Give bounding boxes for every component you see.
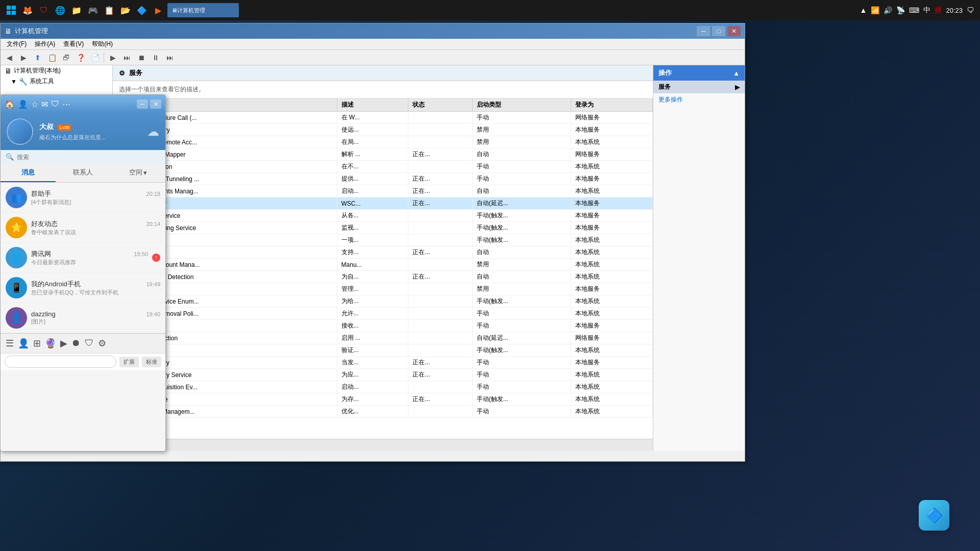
play-button[interactable]: ▶ xyxy=(106,52,119,64)
cm-taskbar-button[interactable]: 🖥 计算机管理 xyxy=(167,3,239,17)
table-row[interactable]: ⚙ Remote Procedure Call (... 在 W... 手动 网… xyxy=(113,112,653,124)
col-login[interactable]: 登录为 xyxy=(571,98,653,112)
antivirus-icon[interactable]: 🛡 xyxy=(37,3,51,17)
qq-message-item[interactable]: 📱 我的Android手机 19:49 您已登录手机QQ，可传文件到手机 xyxy=(1,273,165,303)
services-table[interactable]: 名称 ▲ 描述 状态 启动类型 登录为 ⚙ Remote Procedure C… xyxy=(113,98,653,439)
table-row[interactable]: ⚙ RPC Endpoint Mapper 解析 ... 正在... 自动 网络… xyxy=(113,148,653,161)
qq-home-icon[interactable]: 🏠 xyxy=(5,99,15,109)
table-row[interactable]: ⚙ State Repository Service 为应... 正在... 手… xyxy=(113,369,653,381)
table-row[interactable]: ⚙ Secondary Logon 在不... 手动 本地系统 xyxy=(113,161,653,173)
tab-messages[interactable]: 消息 xyxy=(1,164,56,182)
qq-expand-button[interactable]: 扩展 xyxy=(119,357,139,367)
folder-icon[interactable]: 📁 xyxy=(69,3,84,17)
table-row[interactable]: ⚙ Security Accounts Manag... 启动... 正在...… xyxy=(113,185,653,197)
actions-collapse-icon[interactable]: ▲ xyxy=(733,69,740,77)
qq-star-icon[interactable]: ☆ xyxy=(31,99,38,109)
table-row[interactable]: ⚙ Server 支持... 正在... 自动 本地系统 xyxy=(113,246,653,259)
table-row[interactable]: ⚙ Shared PC Account Mana... Manu... 禁用 本… xyxy=(113,259,653,271)
table-row[interactable]: ⚙ Secure Socket Tunneling ... 提供... 正在..… xyxy=(113,173,653,185)
help-button[interactable]: ❓ xyxy=(74,52,87,64)
qq-avatar[interactable] xyxy=(7,118,33,145)
menu-help[interactable]: 帮助(H) xyxy=(88,39,117,49)
table-row[interactable]: ⚙ SSDP Discovery 当发... 正在... 手动 本地服务 xyxy=(113,357,653,369)
qq-cloud-icon[interactable]: ☁ xyxy=(147,124,159,139)
windows-start-button[interactable] xyxy=(4,3,18,17)
game-icon[interactable]: 🎮 xyxy=(86,3,100,17)
back-button[interactable]: ◀ xyxy=(3,52,16,64)
table-row[interactable]: ⚙ SNMP Trap 接收... 手动 本地服务 xyxy=(113,320,653,332)
col-desc[interactable]: 描述 xyxy=(337,98,408,112)
table-row[interactable]: ⚙ Software Protection 启用 ... 自动(延迟... 网络… xyxy=(113,332,653,344)
col-startup[interactable]: 启动类型 xyxy=(472,98,571,112)
new-window-button[interactable]: 🗗 xyxy=(60,52,73,64)
app-icon3[interactable]: 🔷 xyxy=(135,3,149,17)
actions-expand-icon[interactable]: ▶ xyxy=(735,84,740,91)
menu-file[interactable]: 文件(F) xyxy=(3,39,31,49)
qq-message-input[interactable] xyxy=(5,356,116,368)
notification-icon[interactable]: 🗨 xyxy=(967,6,974,14)
app-icon2[interactable]: 📂 xyxy=(118,3,133,17)
table-row[interactable]: ⚙ Security Center WSC... 正在... 自动(延迟... … xyxy=(113,197,653,210)
volume-icon[interactable]: 🔊 xyxy=(884,6,892,14)
table-row[interactable]: ⚙ Smart Card 管理... 禁用 本地服务 xyxy=(113,283,653,295)
table-row[interactable]: ⚙ Remote Registry 使远... 禁用 本地服务 xyxy=(113,124,653,136)
table-row[interactable]: ⚙ Sensor Service 一项... 手动(触发... 本地系统 xyxy=(113,234,653,246)
step-button[interactable]: ⏭ xyxy=(120,52,134,64)
minimize-button[interactable]: ─ xyxy=(697,26,710,36)
qq-apps-icon[interactable]: 🔮 xyxy=(45,338,56,349)
qq-message-item[interactable]: 👤 dazzling 19:40 [图片] xyxy=(1,303,165,333)
network-icon[interactable]: 📶 xyxy=(871,6,879,14)
wifi-icon[interactable]: 📡 xyxy=(896,6,905,14)
floating-app-icon[interactable]: 🔷 xyxy=(919,500,949,531)
qq-contacts-icon[interactable]: ☰ xyxy=(6,338,14,349)
table-row[interactable]: ⚙ Sensor Monitoring Service 监视... 手动(触发.… xyxy=(113,222,653,234)
table-row[interactable]: ⚙ Shell Hardware Detection 为自... 正在... 自… xyxy=(113,271,653,283)
app-icon1[interactable]: 📋 xyxy=(102,3,116,17)
qq-standard-button[interactable]: 标准 xyxy=(142,357,161,367)
restart-button[interactable]: ⏭ xyxy=(163,52,177,64)
sidebar-system-tools[interactable]: ▼ 🔧 系统工具 xyxy=(1,76,112,87)
close-button[interactable]: ✕ xyxy=(727,26,741,36)
qq-mail-icon[interactable]: ✉ xyxy=(41,99,48,109)
app-icon4[interactable]: ▶ xyxy=(151,3,165,17)
stop-button[interactable]: ⏹ xyxy=(135,52,148,64)
table-row[interactable]: ⚙ Smart Card Removal Poli... 允许... 手动 本地… xyxy=(113,308,653,320)
qq-close-button[interactable]: ✕ xyxy=(150,99,161,109)
qq-search-input[interactable] xyxy=(17,154,160,161)
qq-message-item[interactable]: 👥 群助手 20:18 [4个群有新消息] xyxy=(1,183,165,213)
qq-shield-icon[interactable]: 🛡 xyxy=(51,99,59,109)
qq-record-icon[interactable]: ⏺ xyxy=(71,338,81,349)
col-status[interactable]: 状态 xyxy=(408,98,472,112)
forward-button[interactable]: ▶ xyxy=(17,52,30,64)
browser-icon[interactable]: 🌐 xyxy=(53,3,67,17)
qq-group-icon[interactable]: ⊞ xyxy=(33,338,41,349)
tab-contacts[interactable]: 联系人 xyxy=(56,164,111,182)
more-actions-item[interactable]: 更多操作 xyxy=(653,93,745,106)
up-button[interactable]: ⬆ xyxy=(31,52,44,64)
qq-more-icon[interactable]: ⋯ xyxy=(62,99,70,109)
qq-add-icon[interactable]: 👤 xyxy=(18,338,29,349)
expand-tray-icon[interactable]: ▲ xyxy=(860,6,867,14)
keyboard-icon[interactable]: ⌨ xyxy=(909,6,919,14)
qq-message-item[interactable]: ⭐ 好友动态 20:14 鲁中岐发表了说说 xyxy=(1,213,165,243)
table-row[interactable]: ⚙ Routing and Remote Acc... 在局... 禁用 本地系… xyxy=(113,136,653,148)
qq-play-icon[interactable]: ▶ xyxy=(60,338,67,349)
table-row[interactable]: ⚙ Sensor Data Service 从各... 手动(触发... 本地服… xyxy=(113,210,653,222)
qq-security-icon[interactable]: 🛡 xyxy=(85,338,94,349)
table-row[interactable]: ⚙ Spot Verifier 验证... 手动(触发... 本地系统 xyxy=(113,344,653,357)
ime-icon[interactable]: 中 xyxy=(923,6,930,15)
table-row[interactable]: ⚙ Storage Tiers Managem... 优化... 手动 本地系统 xyxy=(113,406,653,418)
show-hide-button[interactable]: 📋 xyxy=(45,52,59,64)
table-row[interactable]: ⚙ Smart Card Device Enum... 为给... 手动(触发.… xyxy=(113,295,653,308)
sidebar-root[interactable]: 🖥 计算机管理(本地) xyxy=(1,65,112,76)
table-row[interactable]: ⚙ Still Image Acquisition Ev... 启动... 手动… xyxy=(113,381,653,393)
sogou-icon[interactable]: 拼 xyxy=(935,6,942,15)
details-button[interactable]: 📄 xyxy=(88,52,102,64)
qq-settings-icon[interactable]: ⚙ xyxy=(98,338,106,349)
menu-view[interactable]: 查看(V) xyxy=(59,39,88,49)
firefox-icon[interactable]: 🦊 xyxy=(20,3,35,17)
table-row[interactable]: ⚙ Storage Service 为存... 正在... 手动(触发... 本… xyxy=(113,393,653,406)
qq-message-item[interactable]: 🌐 腾讯网 19:50 今日最新资讯推荐 ! xyxy=(1,243,165,273)
pause-button[interactable]: ⏸ xyxy=(149,52,162,64)
maximize-button[interactable]: □ xyxy=(712,26,725,36)
